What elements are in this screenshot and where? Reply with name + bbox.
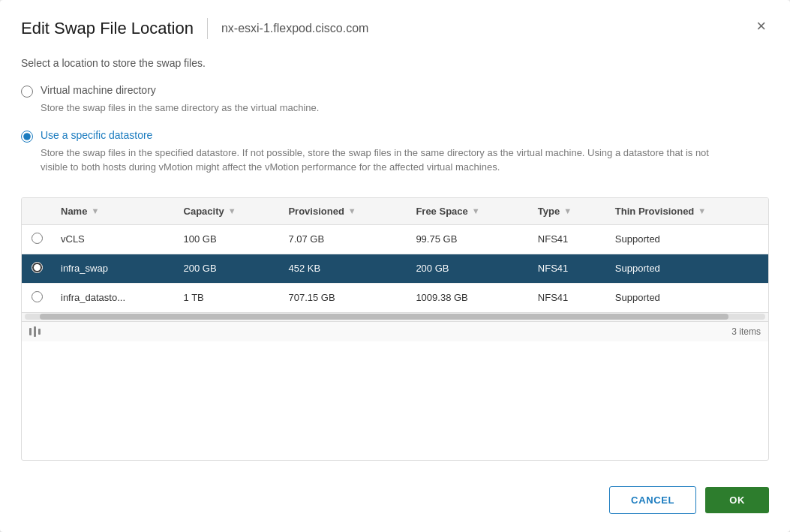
- close-button[interactable]: ×: [750, 15, 772, 38]
- cell-thin: Supported: [606, 224, 768, 254]
- edit-swap-file-dialog: Edit Swap File Location nx-esxi-1.flexpo…: [0, 0, 790, 532]
- option-vm-radio[interactable]: [21, 86, 33, 98]
- cell-freespace: 99.75 GB: [407, 224, 528, 254]
- table-footer: 3 items: [22, 321, 768, 341]
- th-thin[interactable]: Thin Provisioned ▼: [606, 198, 768, 225]
- row-select-radio[interactable]: [32, 262, 43, 273]
- cell-provisioned: 707.15 GB: [279, 283, 407, 312]
- cell-capacity: 200 GB: [175, 254, 280, 283]
- items-count: 3 items: [731, 326, 761, 337]
- cell-name: infra_swap: [52, 254, 175, 283]
- datastore-table: Name ▼ Capacity ▼ Provis: [22, 198, 768, 312]
- th-name[interactable]: Name ▼: [52, 198, 175, 225]
- cell-provisioned: 452 KB: [279, 254, 407, 283]
- dialog-subtitle: nx-esxi-1.flexpod.cisco.com: [221, 22, 369, 35]
- th-capacity[interactable]: Capacity ▼: [175, 198, 280, 225]
- dialog-body: Select a location to store the swap file…: [0, 51, 790, 473]
- cancel-button[interactable]: CANCEL: [609, 486, 696, 514]
- scrollbar-thumb[interactable]: [40, 314, 728, 320]
- cell-name: vCLS: [52, 224, 175, 254]
- col-bar-1: [29, 328, 32, 335]
- col-bar-2: [34, 326, 36, 337]
- freespace-sort-icon[interactable]: ▼: [472, 206, 480, 215]
- thin-sort-icon[interactable]: ▼: [698, 206, 706, 215]
- option-vm-desc: Store the swap files in the same directo…: [41, 101, 716, 116]
- th-freespace[interactable]: Free Space ▼: [407, 198, 528, 225]
- cell-type: NFS41: [529, 254, 606, 283]
- option-ds-label[interactable]: Use a specific datastore: [41, 129, 152, 141]
- cell-capacity: 100 GB: [175, 224, 280, 254]
- scrollbar-track[interactable]: [25, 314, 765, 320]
- row-radio-cell[interactable]: [22, 254, 52, 283]
- cell-type: NFS41: [529, 283, 606, 312]
- cell-freespace: 200 GB: [407, 254, 528, 283]
- header-divider: [207, 18, 208, 39]
- option-vm-directory: Virtual machine directory Store the swap…: [21, 84, 769, 126]
- columns-icon[interactable]: [29, 326, 41, 337]
- type-sort-icon[interactable]: ▼: [563, 206, 572, 215]
- th-type[interactable]: Type ▼: [529, 198, 606, 225]
- row-select-radio[interactable]: [32, 291, 43, 302]
- option-ds-row: Use a specific datastore: [21, 129, 769, 143]
- option-vm-row: Virtual machine directory: [21, 84, 769, 98]
- cell-thin: Supported: [606, 283, 768, 312]
- row-select-radio[interactable]: [32, 233, 43, 244]
- provisioned-sort-icon[interactable]: ▼: [348, 206, 356, 215]
- table-header: Name ▼ Capacity ▼ Provis: [22, 198, 768, 225]
- dialog-footer: CANCEL OK: [0, 473, 790, 532]
- cell-freespace: 1009.38 GB: [407, 283, 528, 312]
- th-provisioned[interactable]: Provisioned ▼: [279, 198, 407, 225]
- dialog-title: Edit Swap File Location: [21, 19, 194, 38]
- th-select: [22, 198, 52, 225]
- cell-name: infra_datasto...: [52, 283, 175, 312]
- cell-provisioned: 7.07 GB: [279, 224, 407, 254]
- datastore-table-container: Name ▼ Capacity ▼ Provis: [21, 197, 769, 461]
- option-specific-datastore: Use a specific datastore Store the swap …: [21, 129, 769, 185]
- option-vm-label[interactable]: Virtual machine directory: [41, 84, 156, 96]
- table-row[interactable]: vCLS100 GB7.07 GB99.75 GBNFS41Supported: [22, 224, 768, 254]
- option-ds-radio[interactable]: [21, 131, 33, 143]
- row-radio-cell[interactable]: [22, 283, 52, 312]
- row-radio-cell[interactable]: [22, 224, 52, 254]
- cell-capacity: 1 TB: [175, 283, 280, 312]
- option-ds-desc: Store the swap files in the specified da…: [41, 146, 716, 175]
- scrollbar[interactable]: [22, 312, 768, 321]
- name-sort-icon[interactable]: ▼: [91, 206, 99, 215]
- dialog-header: Edit Swap File Location nx-esxi-1.flexpo…: [0, 0, 790, 51]
- table-row[interactable]: infra_datasto...1 TB707.15 GB1009.38 GBN…: [22, 283, 768, 312]
- capacity-sort-icon[interactable]: ▼: [228, 206, 236, 215]
- table-row[interactable]: infra_swap200 GB452 KB200 GBNFS41Support…: [22, 254, 768, 283]
- ok-button[interactable]: OK: [705, 487, 769, 513]
- table-body: vCLS100 GB7.07 GB99.75 GBNFS41Supportedi…: [22, 224, 768, 312]
- col-bar-3: [38, 329, 41, 335]
- cell-type: NFS41: [529, 224, 606, 254]
- dialog-description: Select a location to store the swap file…: [21, 57, 769, 69]
- cell-thin: Supported: [606, 254, 768, 283]
